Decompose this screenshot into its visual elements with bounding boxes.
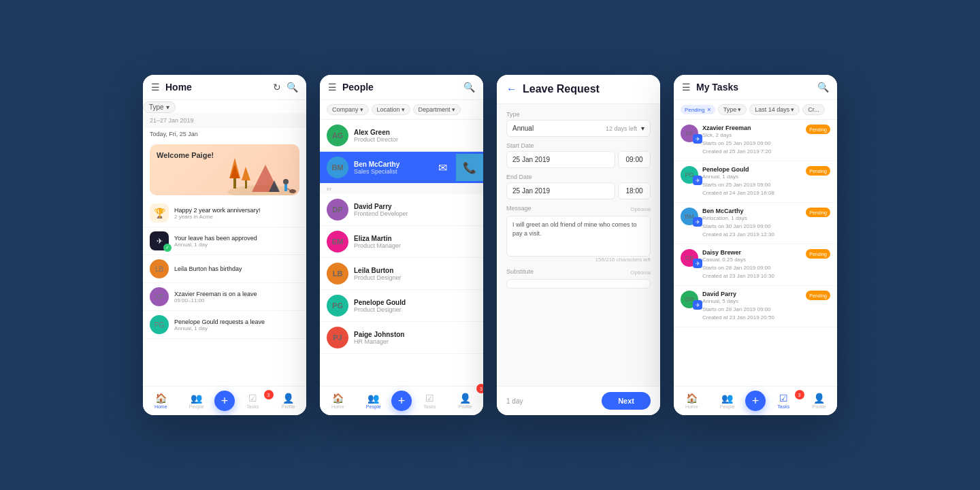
tasks-badge: 3 xyxy=(264,390,274,399)
task-name: Penelope Gould xyxy=(702,166,802,173)
person-item[interactable]: PG Penelope Gould Product Designer xyxy=(320,290,483,322)
nav-profile[interactable]: 👤 Profile xyxy=(271,393,307,409)
profile-icon: 👤 xyxy=(459,393,471,404)
next-button[interactable]: Next xyxy=(602,392,651,410)
add-button[interactable]: + xyxy=(745,391,766,411)
start-date-input[interactable]: 25 Jan 2019 xyxy=(506,151,615,168)
nav-home[interactable]: 🏠 Home xyxy=(320,393,356,409)
activity-secondary: 2 years in Acme xyxy=(174,214,261,220)
task-item[interactable]: BM ✈ Ben McCarthy Relocation, 1 daysStar… xyxy=(674,203,837,244)
task-item[interactable]: PG ✈ Penelope Gould Annual, 1 daysStarts… xyxy=(674,161,837,203)
profile-icon: 👤 xyxy=(813,393,825,404)
start-date-label: Start Date xyxy=(506,142,651,149)
welcome-card: Welcome Paige! xyxy=(150,144,299,195)
department-filter[interactable]: Department ▾ xyxy=(413,104,461,115)
task-item[interactable]: XF ✈ Xzavier Freeman Sick, 2 daysStarts … xyxy=(674,120,837,161)
activity-secondary: Annual, 1 day xyxy=(174,242,257,248)
avatar: XF xyxy=(150,287,169,306)
date-range: 21–27 Jan 2019 xyxy=(143,113,306,128)
person-item[interactable]: LB Leila Burton Product Designer xyxy=(320,258,483,290)
list-item[interactable]: ✈ ✓ Your leave has been approved Annual,… xyxy=(143,227,306,255)
person-name: David Parry xyxy=(354,203,408,210)
bottom-nav: 🏠 Home 👥 People + ☑ Tasks 3 👤 Profile xyxy=(320,386,483,415)
activity-secondary: Annual, 1 day xyxy=(174,325,265,331)
pending-badge: Pending xyxy=(806,291,830,300)
company-filter[interactable]: Company ▾ xyxy=(327,104,369,115)
task-item[interactable]: DP ✈ David Parry Annual, 5 daysStarts on… xyxy=(674,286,837,327)
search-icon[interactable]: 🔍 xyxy=(817,82,829,93)
nav-profile[interactable]: 👤 Profile xyxy=(448,393,484,409)
dropdown-icon: ▾ xyxy=(641,125,644,132)
message-textarea[interactable]: I will greet an old friend of mine who c… xyxy=(506,216,651,257)
search-icon[interactable]: 🔍 xyxy=(287,82,298,93)
end-date-field: End Date 25 Jan 2019 18:00 xyxy=(506,174,651,199)
person-name: Eliza Martin xyxy=(354,235,401,242)
nav-profile[interactable]: 👤 Profile xyxy=(802,393,838,409)
profile-icon: 👤 xyxy=(282,393,294,404)
end-date-input[interactable]: 25 Jan 2019 xyxy=(506,182,615,199)
svg-rect-4 xyxy=(245,180,247,189)
refresh-icon[interactable]: ↻ xyxy=(273,82,281,93)
tasks-header: ☰ My Tasks 🔍 xyxy=(674,75,837,100)
menu-icon[interactable]: ☰ xyxy=(328,82,337,93)
task-name: David Parry xyxy=(702,291,802,297)
pending-filter[interactable]: Pending × xyxy=(681,105,715,114)
location-filter[interactable]: Location ▾ xyxy=(372,104,410,115)
menu-icon[interactable]: ☰ xyxy=(682,82,691,93)
nav-tasks[interactable]: ☑ Tasks 3 xyxy=(235,393,271,409)
nav-tasks[interactable]: ☑ Tasks 3 xyxy=(766,393,802,409)
avatar: LB xyxy=(327,263,348,284)
person-item[interactable]: AG Alex Green Product Director xyxy=(320,120,483,152)
filter-chips: Company ▾ Location ▾ Department ▾ xyxy=(320,100,483,120)
nav-people[interactable]: 👥 People xyxy=(710,393,746,409)
back-button[interactable]: ← xyxy=(506,83,517,95)
trophy-icon: 🏆 xyxy=(150,203,169,223)
start-date-field: Start Date 25 Jan 2019 09:00 xyxy=(506,142,651,168)
person-name: Paige Johnston xyxy=(354,331,404,338)
task-detail: Casual, 0.25 daysStarts on 28 Jan 2019 0… xyxy=(702,256,802,280)
list-item[interactable]: 🏆 Happy 2 year work anniversary! 2 years… xyxy=(143,199,306,227)
task-item[interactable]: DB ✈ Daisy Brewer Casual, 0.25 daysStart… xyxy=(674,244,837,286)
contact-popup: ✉ 📞 xyxy=(429,154,483,181)
phone-button[interactable]: 📞 xyxy=(456,154,483,181)
nav-home[interactable]: 🏠 Home xyxy=(143,393,179,409)
substitute-input[interactable] xyxy=(506,279,651,289)
plane-badge: ✈ xyxy=(693,134,702,144)
list-item[interactable]: PG Penelope Gould requests a leave Annua… xyxy=(143,311,306,339)
nav-tasks[interactable]: ☑ Tasks 3 xyxy=(412,393,448,409)
date-filter[interactable]: Last 14 days ▾ xyxy=(749,104,800,115)
person-item[interactable]: DP David Parry Frontend Developer xyxy=(320,194,483,226)
avatar: DP xyxy=(327,199,348,220)
message-field: Message Optional I will greet an old fri… xyxy=(506,205,651,263)
tasks-icon: ☑ xyxy=(248,393,257,404)
nav-people[interactable]: 👥 People xyxy=(356,393,392,409)
activity-secondary: 09:00–11:00 xyxy=(174,297,257,304)
start-time-input[interactable]: 09:00 xyxy=(618,151,651,168)
person-item[interactable]: EM Eliza Martin Product Manager xyxy=(320,226,483,258)
type-filter[interactable]: Type ▾ xyxy=(143,101,176,113)
nav-people[interactable]: 👥 People xyxy=(179,393,215,409)
svg-point-8 xyxy=(283,179,289,184)
email-button[interactable]: ✉ xyxy=(429,154,456,181)
pending-badge: Pending xyxy=(806,249,830,259)
plane-badge: ✈ xyxy=(693,259,702,268)
end-time-input[interactable]: 18:00 xyxy=(618,182,651,199)
remove-pending[interactable]: × xyxy=(707,106,710,113)
person-item-selected[interactable]: BM Ben McCarthy Sales Specialist ✉ 📞 xyxy=(320,152,483,184)
list-item[interactable]: XF Xzavier Freeman is on a leave 09:00–1… xyxy=(143,283,306,311)
person-item[interactable]: PJ Paige Johnston HR Manager xyxy=(320,322,483,354)
more-filter[interactable]: Cr... xyxy=(802,104,825,115)
add-button[interactable]: + xyxy=(214,391,235,411)
type-filter[interactable]: Type ▾ xyxy=(718,104,747,115)
avatar: BM xyxy=(327,157,348,178)
nav-home[interactable]: 🏠 Home xyxy=(674,393,710,409)
tasks-badge: 3 xyxy=(476,384,483,393)
type-input[interactable]: Annual 12 days left ▾ xyxy=(506,120,651,137)
tasks-title: My Tasks xyxy=(696,82,817,93)
add-button[interactable]: + xyxy=(391,391,412,411)
search-icon[interactable]: 🔍 xyxy=(463,82,475,93)
activity-primary: Your leave has been approved xyxy=(174,235,257,242)
menu-icon[interactable]: ☰ xyxy=(151,82,160,93)
list-item[interactable]: LB Leila Burton has birthday xyxy=(143,255,306,283)
person-role: HR Manager xyxy=(354,338,404,345)
